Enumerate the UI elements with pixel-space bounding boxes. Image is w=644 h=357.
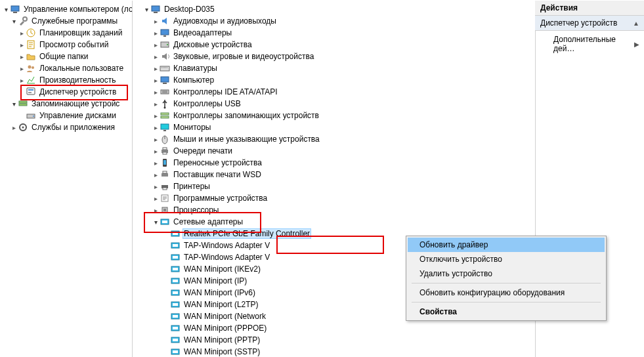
audio-icon [160, 16, 170, 26]
collapse-icon[interactable]: ▲ [633, 20, 639, 27]
tree-svc-apps[interactable]: Службы и приложения [1, 121, 132, 133]
tree-label: Программные устройства [172, 194, 268, 203]
caret-icon[interactable] [18, 77, 26, 84]
tree-label: WAN Miniport (IKEv2) [182, 264, 262, 274]
tree-label: Видеоадаптеры [172, 28, 233, 37]
menu-item[interactable]: Удалить устройство [408, 266, 605, 281]
tree-item[interactable]: Общие папки [1, 51, 132, 62]
tree-label: Поставщик печати WSD [172, 170, 263, 179]
device-category[interactable]: Аудиовходы и аудиовыходы [132, 15, 535, 27]
tree-label: Службы и приложения [30, 123, 116, 132]
device-category[interactable]: Компьютер [132, 74, 535, 86]
device-category[interactable]: Контроллеры USB [132, 98, 535, 110]
actions-more[interactable]: Дополнительные дей… ▶ [535, 31, 644, 57]
disk-icon [26, 110, 36, 121]
caret-icon[interactable] [152, 195, 160, 202]
tree-label: Desktop-D035 [163, 5, 216, 14]
tree-label: Общие папки [38, 52, 89, 61]
caret-icon[interactable] [152, 65, 160, 72]
svg-rect-17 [154, 12, 158, 13]
tree-label: Звуковые, игровые и видеоустройства [172, 52, 315, 61]
tree-label: Контроллеры запоминающих устройств [172, 111, 320, 120]
device-category[interactable]: Принтеры [132, 180, 535, 192]
caret-icon[interactable] [152, 219, 160, 226]
tree-label: Контроллеры USB [172, 99, 242, 108]
device-category[interactable]: Звуковые, игровые и видеоустройства [132, 51, 535, 62]
tree-item[interactable]: Локальные пользовате [1, 62, 132, 74]
caret-icon[interactable] [10, 18, 18, 25]
tree-label: Локальные пользовате [38, 64, 125, 73]
caret-icon[interactable] [152, 30, 160, 37]
tree-disk-mgr[interactable]: Управление дисками [1, 110, 132, 121]
net-device[interactable]: WAN Miniport (PPPOE) [132, 322, 535, 334]
caret-icon[interactable] [152, 148, 160, 155]
device-root[interactable]: Desktop-D035 [132, 3, 535, 15]
svg-rect-9 [28, 92, 32, 93]
menu-item[interactable]: Свойства [408, 304, 605, 319]
tree-item[interactable]: Планировщик заданий [1, 27, 132, 39]
caret-icon[interactable] [152, 112, 160, 119]
caret-icon[interactable] [152, 41, 160, 49]
left-panel: Управление компьютером (ло Служебные про… [1, 1, 133, 357]
device-category[interactable]: Мониторы [132, 121, 535, 133]
actions-section[interactable]: Диспетчер устройств ▲ [535, 16, 644, 31]
svg-rect-51 [173, 256, 178, 259]
computer2-icon [160, 75, 170, 85]
net-device[interactable]: WAN Miniport (SSTP) [132, 346, 535, 357]
caret-icon[interactable] [152, 77, 160, 84]
net-device[interactable]: WAN Miniport (PPTP) [132, 334, 535, 346]
device-category[interactable]: Видеоадаптеры [132, 27, 535, 39]
menu-item[interactable]: Отключить устройство [408, 252, 605, 266]
caret-icon[interactable] [18, 30, 26, 37]
device-category[interactable]: Процессоры [132, 204, 535, 216]
svg-rect-18 [161, 30, 169, 35]
caret-icon[interactable] [152, 89, 160, 96]
device-category[interactable]: Очереди печати [132, 145, 535, 157]
caret-icon[interactable] [18, 41, 26, 49]
tree-item[interactable]: Производительность [1, 74, 132, 86]
printer-icon [160, 146, 170, 156]
printer3-icon [160, 181, 170, 192]
svg-rect-11 [19, 104, 27, 106]
device-category[interactable]: Контроллеры IDE ATA/ATAPI [132, 86, 535, 98]
tree-label: WAN Miniport (SSTP) [182, 347, 261, 356]
svg-rect-19 [163, 35, 166, 37]
caret-icon[interactable] [152, 124, 160, 131]
caret-icon[interactable] [10, 100, 18, 108]
menu-item[interactable]: Обновить конфигурацию оборудования [408, 285, 605, 300]
net-dev-icon [170, 311, 181, 322]
caret-icon[interactable] [152, 136, 160, 143]
caret-icon[interactable] [18, 53, 26, 60]
caret-icon[interactable] [152, 53, 160, 60]
device-category[interactable]: Мыши и иные указывающие устройства [132, 133, 535, 145]
device-category[interactable]: Дисковые устройства [132, 39, 535, 51]
net-dev-icon [170, 240, 181, 251]
tree-storage[interactable]: Запоминающие устройс [1, 98, 132, 110]
device-category[interactable]: Переносные устройства [132, 157, 535, 169]
caret-icon[interactable] [18, 65, 26, 72]
tree-device-manager[interactable]: Диспетчер устройств [1, 86, 132, 98]
tree-net-adapters[interactable]: Сетевые адаптеры [132, 216, 535, 228]
caret-icon[interactable] [142, 6, 150, 13]
tree-label: Контроллеры IDE ATA/ATAPI [172, 87, 279, 96]
devmgr-icon [26, 87, 36, 97]
tree-services[interactable]: Служебные программы [1, 15, 132, 27]
device-category[interactable]: Программные устройства [132, 192, 535, 204]
caret-icon[interactable] [152, 100, 160, 108]
caret-icon[interactable] [152, 18, 160, 25]
tree-root[interactable]: Управление компьютером (ло [1, 3, 132, 15]
caret-icon[interactable] [152, 207, 160, 214]
cpu-icon [160, 205, 170, 215]
svg-rect-23 [161, 77, 169, 82]
caret-icon[interactable] [152, 183, 160, 190]
caret-icon[interactable] [2, 6, 10, 13]
caret-icon[interactable] [152, 171, 160, 178]
caret-icon[interactable] [152, 159, 160, 167]
tree-label: Принтеры [172, 182, 211, 191]
tree-item[interactable]: Просмотр событий [1, 39, 132, 51]
device-category[interactable]: Контроллеры запоминающих устройств [132, 110, 535, 121]
menu-item[interactable]: Обновить драйвер [408, 238, 605, 252]
device-category[interactable]: Клавиатуры [132, 62, 535, 74]
caret-icon[interactable] [10, 124, 18, 131]
device-category[interactable]: Поставщик печати WSD [132, 169, 535, 180]
